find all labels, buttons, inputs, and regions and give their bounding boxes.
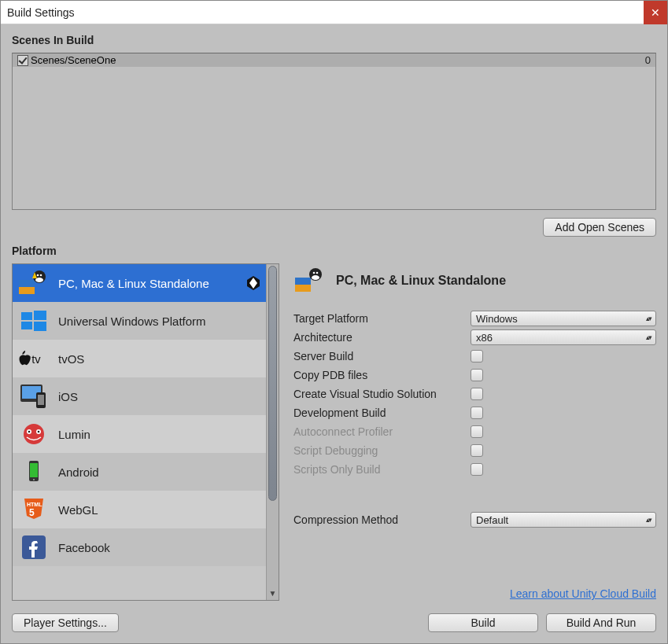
add-open-scenes-button[interactable]: Add Open Scenes bbox=[543, 218, 656, 237]
platform-item-ios[interactable]: iOS bbox=[13, 377, 266, 415]
build-settings-window: Build Settings ✕ Scenes In Build Scenes/… bbox=[0, 0, 668, 644]
dropdown-caret-icon: ▴▾ bbox=[646, 516, 651, 524]
platform-item-label: tvOS bbox=[58, 352, 84, 366]
pc-mac-linux-icon bbox=[293, 267, 327, 295]
windows-icon bbox=[17, 307, 50, 335]
field-target-platform: Target Platform Windows ▴▾ bbox=[293, 309, 656, 328]
script-debug-label: Script Debugging bbox=[293, 444, 471, 457]
ios-icon bbox=[17, 382, 50, 410]
svg-text:tv: tv bbox=[31, 353, 41, 366]
svg-rect-10 bbox=[21, 322, 32, 329]
platform-list-wrap: PC, Mac & Linux Standalone Universal Win… bbox=[12, 263, 279, 601]
scroll-down-icon[interactable]: ▼ bbox=[267, 587, 279, 598]
build-and-run-button[interactable]: Build And Run bbox=[546, 613, 656, 632]
svg-text:HTML: HTML bbox=[27, 502, 42, 507]
platform-item-facebook[interactable]: Facebook bbox=[13, 528, 266, 566]
platform-item-label: Universal Windows Platform bbox=[58, 315, 206, 328]
field-server-build: Server Build bbox=[293, 347, 656, 366]
platform-item-webgl[interactable]: HTML5 WebGL bbox=[13, 491, 266, 528]
create-vs-label: Create Visual Studio Solution bbox=[293, 388, 471, 400]
compression-label: Compression Method bbox=[293, 513, 471, 526]
field-autoconnect: Autoconnect Profiler bbox=[293, 422, 656, 441]
platform-item-android[interactable]: Android bbox=[13, 453, 266, 491]
platform-item-label: iOS bbox=[58, 390, 78, 403]
field-compression: Compression Method Default ▴▾ bbox=[293, 510, 656, 529]
svg-point-21 bbox=[38, 431, 40, 433]
platform-item-label: Facebook bbox=[58, 541, 110, 554]
svg-rect-9 bbox=[34, 311, 46, 320]
copy-pdb-label: Copy PDB files bbox=[293, 369, 471, 381]
compression-value: Default bbox=[476, 514, 508, 526]
window-body: Scenes In Build Scenes/SceneOne 0 Add Op… bbox=[1, 24, 667, 643]
close-button[interactable]: ✕ bbox=[644, 1, 667, 24]
dev-build-checkbox[interactable] bbox=[471, 407, 483, 419]
create-vs-checkbox[interactable] bbox=[471, 388, 483, 400]
cloud-build-link[interactable]: Learn about Unity Cloud Build bbox=[510, 587, 656, 600]
autoconnect-checkbox bbox=[471, 425, 483, 438]
close-icon: ✕ bbox=[651, 6, 660, 19]
field-script-debug: Script Debugging bbox=[293, 441, 656, 460]
platform-section-label: Platform bbox=[12, 245, 656, 257]
target-platform-dropdown[interactable]: Windows ▴▾ bbox=[471, 311, 656, 326]
scene-row[interactable]: Scenes/SceneOne 0 bbox=[13, 53, 655, 67]
field-architecture: Architecture x86 ▴▾ bbox=[293, 328, 656, 347]
architecture-value: x86 bbox=[476, 332, 493, 344]
appletv-icon: tv bbox=[17, 344, 50, 373]
svg-rect-1 bbox=[19, 280, 35, 287]
scenes-list[interactable]: Scenes/SceneOne 0 bbox=[12, 53, 656, 210]
svg-point-17 bbox=[24, 424, 44, 444]
titlebar: Build Settings ✕ bbox=[1, 1, 667, 24]
scene-name: Scenes/SceneOne bbox=[31, 54, 116, 66]
settings-title: PC, Mac & Linux Standalone bbox=[336, 274, 506, 288]
svg-point-4 bbox=[37, 274, 39, 277]
android-icon bbox=[17, 458, 50, 486]
compression-dropdown[interactable]: Default ▴▾ bbox=[471, 512, 656, 528]
dropdown-caret-icon: ▴▾ bbox=[646, 333, 651, 341]
field-copy-pdb: Copy PDB files bbox=[293, 366, 656, 385]
build-button[interactable]: Build bbox=[428, 613, 538, 632]
svg-rect-30 bbox=[295, 278, 311, 285]
platform-item-pc-mac-linux[interactable]: PC, Mac & Linux Standalone bbox=[13, 264, 266, 302]
platform-item-tvos[interactable]: tv tvOS bbox=[13, 340, 266, 377]
architecture-dropdown[interactable]: x86 ▴▾ bbox=[471, 329, 656, 345]
svg-point-25 bbox=[33, 479, 35, 480]
server-build-checkbox[interactable] bbox=[471, 350, 483, 362]
scene-checkbox[interactable] bbox=[17, 55, 28, 66]
target-platform-value: Windows bbox=[476, 313, 518, 325]
svg-rect-11 bbox=[34, 322, 46, 331]
scrollbar-thumb[interactable] bbox=[268, 266, 277, 501]
platform-item-uwp[interactable]: Universal Windows Platform bbox=[13, 302, 266, 340]
autoconnect-label: Autoconnect Profiler bbox=[293, 425, 471, 438]
platform-item-label: Lumin bbox=[58, 428, 90, 441]
platform-item-label: WebGL bbox=[58, 503, 98, 517]
copy-pdb-checkbox[interactable] bbox=[471, 369, 483, 381]
svg-rect-24 bbox=[30, 463, 38, 477]
lumin-icon bbox=[17, 420, 50, 448]
dropdown-caret-icon: ▴▾ bbox=[646, 315, 651, 322]
webgl-icon: HTML5 bbox=[17, 495, 50, 524]
field-scripts-only: Scripts Only Build bbox=[293, 460, 656, 479]
platform-scrollbar[interactable]: ▼ bbox=[266, 264, 279, 600]
platform-list[interactable]: PC, Mac & Linux Standalone Universal Win… bbox=[13, 264, 266, 600]
player-settings-button[interactable]: Player Settings... bbox=[12, 613, 119, 632]
unity-icon bbox=[245, 275, 261, 291]
facebook-icon bbox=[17, 533, 50, 561]
platform-panel: PC, Mac & Linux Standalone Universal Win… bbox=[12, 263, 279, 601]
svg-rect-8 bbox=[21, 312, 32, 320]
footer: Player Settings... Build Build And Run bbox=[12, 613, 656, 632]
svg-point-32 bbox=[312, 275, 319, 280]
scene-index: 0 bbox=[645, 54, 651, 66]
server-build-label: Server Build bbox=[293, 350, 471, 362]
script-debug-checkbox bbox=[471, 444, 483, 457]
svg-rect-16 bbox=[38, 395, 44, 405]
target-platform-label: Target Platform bbox=[293, 312, 471, 325]
scenes-section-label: Scenes In Build bbox=[12, 34, 656, 46]
scripts-only-label: Scripts Only Build bbox=[293, 463, 471, 476]
architecture-label: Architecture bbox=[293, 331, 471, 344]
svg-point-34 bbox=[316, 272, 319, 274]
platform-item-lumin[interactable]: Lumin bbox=[13, 415, 266, 453]
dev-build-label: Development Build bbox=[293, 407, 471, 419]
pc-mac-linux-icon bbox=[17, 269, 50, 297]
svg-point-33 bbox=[313, 272, 316, 274]
field-dev-build: Development Build bbox=[293, 403, 656, 422]
